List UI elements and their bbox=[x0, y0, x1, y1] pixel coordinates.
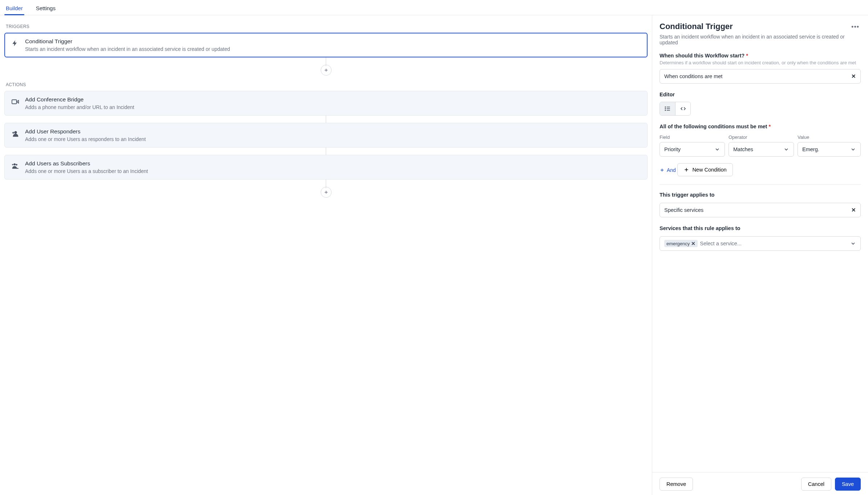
svg-point-4 bbox=[665, 107, 666, 108]
applies-to-label: This trigger applies to bbox=[660, 192, 861, 198]
plus-icon bbox=[660, 168, 665, 173]
condition-value-select[interactable]: Emerg. bbox=[798, 142, 861, 157]
action-card-title: Add Users as Subscribers bbox=[25, 160, 148, 167]
actions-section-label: ACTIONS bbox=[6, 82, 646, 87]
save-button[interactable]: Save bbox=[835, 478, 861, 491]
add-step-button[interactable] bbox=[321, 65, 332, 76]
user-plus-icon bbox=[11, 130, 19, 138]
when-start-label: When should this Workflow start? * bbox=[660, 53, 861, 59]
chevron-down-icon bbox=[714, 146, 720, 152]
clear-icon[interactable]: ✕ bbox=[851, 73, 856, 80]
condition-operator-label: Operator bbox=[729, 134, 794, 140]
bolt-icon bbox=[11, 40, 19, 48]
action-card-desc: Adds one or more Users as a subscriber t… bbox=[25, 168, 148, 174]
editor-mode-list-button[interactable] bbox=[660, 102, 675, 115]
tab-settings[interactable]: Settings bbox=[35, 2, 57, 15]
editor-mode-toggle bbox=[660, 102, 691, 116]
connector-line bbox=[4, 116, 648, 123]
clear-icon[interactable]: ✕ bbox=[851, 207, 856, 213]
chip-remove-icon[interactable]: ✕ bbox=[691, 241, 695, 246]
svg-point-2 bbox=[13, 163, 16, 165]
video-icon bbox=[11, 98, 19, 106]
svg-point-3 bbox=[16, 164, 17, 165]
conditions-heading: All of the following conditions must be … bbox=[660, 124, 861, 129]
action-card-desc: Adds one or more Users as responders to … bbox=[25, 136, 146, 142]
action-card-desc: Adds a phone number and/or URL to an Inc… bbox=[25, 104, 134, 110]
editor-label: Editor bbox=[660, 92, 861, 97]
plus-icon bbox=[684, 167, 689, 173]
action-card-title: Add Conference Bridge bbox=[25, 96, 134, 103]
remove-button[interactable]: Remove bbox=[660, 478, 693, 491]
right-panel: Conditional Trigger ••• Starts an incide… bbox=[652, 15, 868, 495]
trigger-card-desc: Starts an incident workflow when an inci… bbox=[25, 46, 230, 52]
svg-point-5 bbox=[665, 108, 666, 109]
svg-point-6 bbox=[665, 110, 666, 111]
trigger-card-conditional[interactable]: Conditional Trigger Starts an incident w… bbox=[4, 33, 648, 57]
action-card-add-subscribers[interactable]: Add Users as Subscribers Adds one or mor… bbox=[4, 155, 648, 180]
condition-field-label: Field bbox=[660, 134, 725, 140]
when-start-hint: Determines if a workflow should start on… bbox=[660, 60, 861, 65]
svg-rect-0 bbox=[12, 100, 17, 104]
applies-to-select[interactable]: Specific services ✕ bbox=[660, 203, 861, 217]
tab-builder[interactable]: Builder bbox=[4, 2, 24, 15]
divider bbox=[660, 184, 861, 185]
code-icon bbox=[680, 105, 686, 112]
chevron-down-icon bbox=[783, 146, 789, 152]
connector-line bbox=[4, 148, 648, 155]
services-multiselect[interactable]: emergency ✕ Select a service... bbox=[660, 236, 861, 251]
condition-field-select[interactable]: Priority bbox=[660, 142, 725, 157]
new-condition-button[interactable]: New Condition bbox=[677, 163, 733, 176]
panel-subtitle: Starts an incident workflow when an inci… bbox=[660, 34, 861, 45]
when-start-select[interactable]: When conditions are met ✕ bbox=[660, 69, 861, 84]
service-chip: emergency ✕ bbox=[664, 240, 698, 247]
add-step-button[interactable] bbox=[321, 187, 332, 198]
add-and-condition-link[interactable]: And bbox=[660, 167, 676, 173]
action-card-conference-bridge[interactable]: Add Conference Bridge Adds a phone numbe… bbox=[4, 91, 648, 116]
tabs-bar: Builder Settings bbox=[0, 0, 868, 15]
more-options-icon[interactable]: ••• bbox=[850, 22, 861, 32]
users-plus-icon bbox=[11, 162, 19, 170]
list-icon bbox=[664, 105, 671, 112]
services-label: Services that this rule applies to bbox=[660, 225, 861, 231]
svg-point-1 bbox=[14, 131, 17, 134]
workflow-canvas: TRIGGERS Conditional Trigger Starts an i… bbox=[0, 15, 652, 495]
condition-operator-select[interactable]: Matches bbox=[729, 142, 794, 157]
triggers-section-label: TRIGGERS bbox=[6, 24, 646, 29]
chevron-down-icon bbox=[850, 241, 856, 246]
chevron-down-icon bbox=[850, 146, 856, 152]
when-start-value: When conditions are met bbox=[664, 73, 722, 79]
services-placeholder: Select a service... bbox=[700, 241, 741, 246]
action-card-add-responders[interactable]: Add User Responders Adds one or more Use… bbox=[4, 123, 648, 148]
trigger-card-title: Conditional Trigger bbox=[25, 38, 230, 45]
cancel-button[interactable]: Cancel bbox=[801, 478, 831, 491]
panel-title: Conditional Trigger bbox=[660, 22, 733, 31]
condition-value-label: Value bbox=[798, 134, 861, 140]
editor-mode-code-button[interactable] bbox=[675, 102, 690, 115]
action-card-title: Add User Responders bbox=[25, 128, 146, 135]
